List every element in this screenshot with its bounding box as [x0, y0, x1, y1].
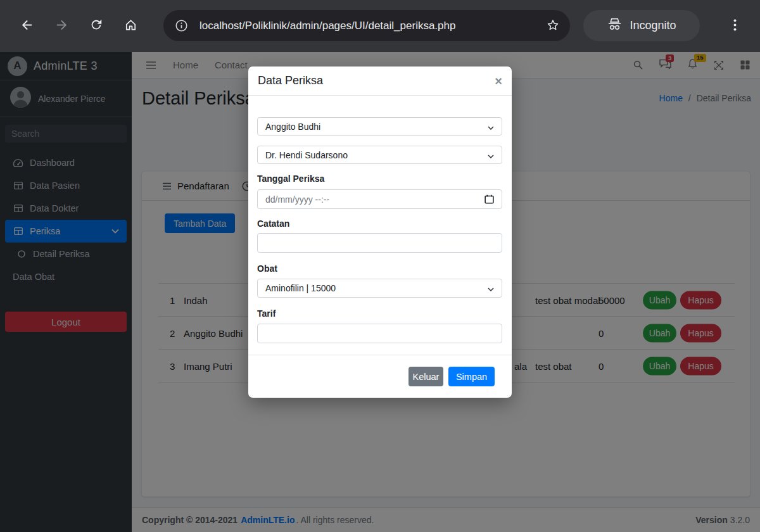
screen: localhost/Poliklinik/admin/pages/UI/deta… — [0, 0, 760, 532]
pasien-select[interactable]: Anggito Budhi — [257, 117, 502, 136]
chevron-down-icon — [488, 150, 494, 160]
pasien-select-value: Anggito Budhi — [265, 122, 320, 132]
bookmark-star-icon[interactable] — [546, 18, 560, 35]
chevron-down-icon — [488, 283, 494, 293]
incognito-label: Incognito — [630, 19, 676, 32]
incognito-icon — [607, 18, 623, 34]
address-bar[interactable]: localhost/Poliklinik/admin/pages/UI/deta… — [163, 10, 570, 41]
browser-menu-button[interactable] — [726, 17, 744, 35]
tanggal-input[interactable]: dd/mm/yyyy --:-- — [257, 189, 502, 209]
tanggal-label: Tanggal Periksa — [257, 174, 324, 184]
tanggal-placeholder: dd/mm/yyyy --:-- — [265, 194, 329, 205]
tarif-label: Tarif — [257, 308, 276, 319]
browser-back-button[interactable] — [14, 13, 39, 39]
modal-footer: Keluar Simpan — [248, 355, 512, 398]
close-icon[interactable]: × — [495, 75, 502, 87]
modal-header: Data Periksa × — [248, 66, 512, 96]
dokter-select-value: Dr. Hendi Sudarsono — [265, 150, 348, 160]
forward-arrow-icon — [54, 18, 69, 35]
back-arrow-icon — [20, 18, 34, 35]
site-info-icon[interactable] — [174, 18, 189, 33]
obat-select[interactable]: Aminofilin | 15000 — [257, 279, 502, 298]
chevron-down-icon — [488, 122, 494, 132]
url-text: localhost/Poliklinik/admin/pages/UI/deta… — [200, 20, 455, 32]
obat-select-value: Aminofilin | 15000 — [265, 283, 336, 293]
keluar-button[interactable]: Keluar — [408, 367, 443, 386]
data-periksa-modal: Data Periksa × Anggito Budhi Dr. Hendi S… — [248, 66, 512, 398]
calendar-icon[interactable] — [484, 194, 494, 204]
home-icon — [124, 18, 138, 35]
browser-home-button[interactable] — [118, 13, 143, 39]
browser-forward-button[interactable] — [49, 13, 74, 39]
incognito-badge: Incognito — [583, 10, 700, 41]
reload-icon — [89, 18, 103, 34]
dokter-select[interactable]: Dr. Hendi Sudarsono — [257, 146, 502, 164]
obat-label: Obat — [257, 263, 277, 274]
browser-toolbar: localhost/Poliklinik/admin/pages/UI/deta… — [0, 0, 760, 52]
catatan-label: Catatan — [257, 218, 289, 229]
tarif-input[interactable] — [257, 324, 502, 343]
browser-reload-button[interactable] — [84, 13, 109, 39]
modal-title: Data Periksa — [258, 74, 323, 87]
simpan-button[interactable]: Simpan — [448, 367, 495, 386]
catatan-input[interactable] — [257, 233, 502, 253]
three-dots-icon — [733, 19, 737, 34]
